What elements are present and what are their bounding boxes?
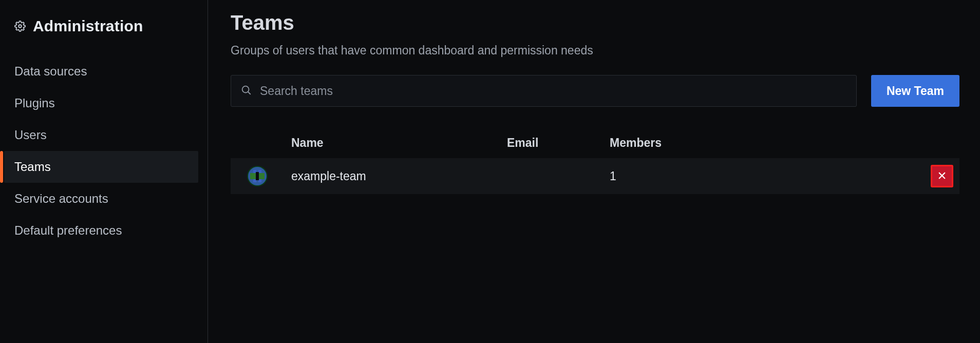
search-icon <box>240 84 252 98</box>
sidebar-header: Administration <box>0 14 208 55</box>
sidebar-item-teams[interactable]: Teams <box>4 151 198 183</box>
th-email[interactable]: Email <box>507 136 610 150</box>
sidebar-item-label: Service accounts <box>14 192 108 206</box>
svg-point-0 <box>18 25 22 28</box>
table-row[interactable]: example-team 1 <box>231 158 959 194</box>
sidebar-item-label: Plugins <box>14 96 55 110</box>
page-description: Groups of users that have common dashboa… <box>231 44 959 58</box>
td-name: example-team <box>291 169 507 183</box>
team-avatar <box>247 166 268 186</box>
th-name[interactable]: Name <box>291 136 507 150</box>
gear-icon <box>14 21 26 32</box>
sidebar-item-users[interactable]: Users <box>4 119 198 151</box>
sidebar-item-label: Users <box>14 128 47 142</box>
search-container[interactable] <box>231 75 857 107</box>
svg-line-2 <box>248 92 250 94</box>
sidebar-item-default-preferences[interactable]: Default preferences <box>4 215 198 246</box>
sidebar-item-label: Data sources <box>14 64 87 79</box>
sidebar-nav: Data sources Plugins Users Teams Service… <box>0 55 208 246</box>
delete-team-button[interactable] <box>931 165 953 187</box>
sidebar-item-label: Teams <box>14 160 51 174</box>
sidebar-item-data-sources[interactable]: Data sources <box>4 55 198 87</box>
table-header: Name Email Members <box>231 127 959 158</box>
sidebar-item-service-accounts[interactable]: Service accounts <box>4 183 198 215</box>
svg-rect-10 <box>256 172 259 180</box>
toolbar: New Team <box>231 75 959 107</box>
td-members: 1 <box>610 169 866 183</box>
sidebar-title: Administration <box>33 17 143 35</box>
sidebar-item-plugins[interactable]: Plugins <box>4 87 198 119</box>
svg-point-1 <box>242 86 249 93</box>
th-members[interactable]: Members <box>610 136 866 150</box>
sidebar-item-label: Default preferences <box>14 223 122 238</box>
sidebar: Administration Data sources Plugins User… <box>0 0 208 343</box>
page-title: Teams <box>231 11 959 34</box>
td-avatar <box>235 166 291 186</box>
close-icon <box>937 169 947 183</box>
teams-table: Name Email Members <box>231 127 959 194</box>
new-team-button[interactable]: New Team <box>871 75 959 107</box>
td-actions <box>866 165 955 187</box>
main-content: Teams Groups of users that have common d… <box>208 0 980 343</box>
search-input[interactable] <box>260 84 847 98</box>
